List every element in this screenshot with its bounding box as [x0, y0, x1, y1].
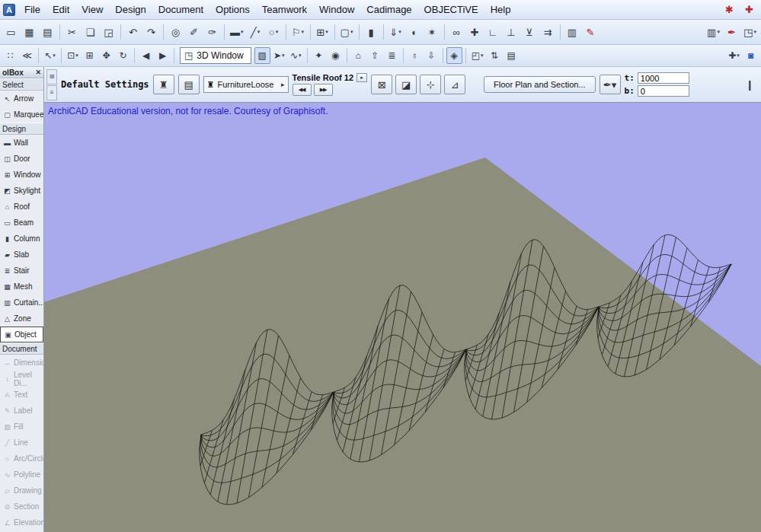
look-to-icon[interactable]: ◉ [328, 47, 344, 64]
geometry-arc-icon[interactable]: ○▾ [265, 23, 283, 41]
toolbox-item-window[interactable]: ⊞Window [0, 167, 43, 183]
favorite-object-combo[interactable]: ♜ FurnitureLoose ▸ [203, 76, 289, 93]
magic-wand-icon[interactable]: ✶ [424, 23, 441, 41]
object-menu-button[interactable]: ▸ [357, 73, 367, 82]
toolbox-item-column[interactable]: ▮Column [0, 231, 43, 247]
anchor-point-icon[interactable]: ⊹ [420, 75, 441, 94]
layers-quick-icon[interactable]: ▤ [504, 47, 520, 64]
toolbox-item-label[interactable]: ✎Label [0, 403, 43, 419]
previous-view-icon[interactable]: ◀ [138, 47, 154, 64]
floor-plan-section-button[interactable]: Floor Plan and Section... [484, 76, 595, 93]
story-settings-icon[interactable]: ≣ [384, 47, 400, 64]
offset-icon[interactable]: ⇉ [539, 23, 557, 41]
menu-teamwork[interactable]: Teamwork [256, 2, 313, 18]
toolbox-item-dimension[interactable]: ↔Dimension [0, 355, 43, 371]
split-icon[interactable]: ⊻ [521, 23, 539, 41]
toolbox-item-mesh[interactable]: ▦Mesh [0, 279, 43, 295]
walk-icon[interactable]: ✦ [311, 47, 327, 64]
toolbox-item-elevation[interactable]: ∠Elevation [0, 514, 43, 530]
next-object-button[interactable]: ▶▶ [314, 84, 333, 96]
fly-path-icon[interactable]: ∿▾ [288, 47, 304, 64]
open-icon[interactable]: ▭ [2, 23, 20, 41]
menu-objective[interactable]: OBJECTiVE [418, 2, 484, 18]
collapse-toolbar-icon[interactable]: ≪ [19, 47, 35, 64]
paste-icon[interactable]: ◲ [100, 23, 117, 41]
toolbox-item-beam[interactable]: ▭Beam [0, 215, 43, 231]
undo-icon[interactable]: ↶ [124, 23, 142, 41]
copy-icon[interactable]: ❏ [82, 23, 99, 41]
menu-window[interactable]: Window [313, 2, 360, 18]
save-icon[interactable]: ▦ [21, 23, 38, 41]
object-default-settings-button[interactable]: ♜ [153, 75, 174, 94]
toolbox-section-document[interactable]: Document [0, 342, 43, 355]
infobox-handle-icon[interactable]: ≡ [46, 85, 57, 100]
panels-icon[interactable]: ◳▾ [741, 23, 759, 41]
zoom-selection-icon[interactable]: ⊞ [82, 47, 98, 64]
gravity-icon[interactable]: ⇓▾ [387, 23, 404, 41]
home-story-icon[interactable]: ⌂ [350, 47, 366, 64]
previous-object-button[interactable]: ◀◀ [293, 84, 312, 96]
pickup-parameters-icon[interactable]: ✐ [185, 23, 203, 41]
toolbox-item-roof[interactable]: ⌂Roof [0, 199, 43, 215]
bottom-offset-input[interactable]: 0 [638, 85, 689, 97]
grid-snap-icon[interactable]: ⊞▾ [314, 23, 331, 41]
toolbox-item-slab[interactable]: ▰Slab [0, 247, 43, 263]
toolbox-item-polyline[interactable]: ∿Polyline [0, 467, 43, 483]
group-icon[interactable]: ▢▾ [338, 23, 356, 41]
fit-in-window-icon[interactable]: ⊡▾ [65, 47, 81, 64]
zoom-icon[interactable]: ◎ [167, 23, 184, 41]
link-icon[interactable]: ∞ [448, 23, 465, 41]
canvas-3d-window[interactable]: ArchiCAD Educational version, not for re… [44, 103, 761, 532]
dropdown-arrow-icon[interactable]: ▾ [282, 53, 285, 59]
3d-view-mode-icon[interactable]: ▧ [254, 47, 270, 64]
menu-design[interactable]: Design [109, 2, 152, 18]
addon-icon[interactable]: ◰▾ [469, 47, 486, 64]
menu-view[interactable]: View [75, 2, 109, 18]
cadimage-tools-icon[interactable]: ✱ [721, 1, 738, 19]
story-up-icon[interactable]: ⇧ [367, 47, 383, 64]
teamwork-send-receive-icon[interactable]: ⇅ [487, 47, 503, 64]
extras-icon[interactable]: ✚▾ [726, 47, 742, 64]
magnet-icon[interactable]: ◖ [405, 23, 423, 41]
print-icon[interactable]: ▤ [39, 23, 56, 41]
layer-settings-icon[interactable]: ▥ [564, 23, 581, 41]
toolbox-item-line[interactable]: ╱Line [0, 435, 43, 451]
toolbox-header[interactable]: olBox ✕ [0, 67, 43, 78]
redo-icon[interactable]: ↷ [142, 23, 160, 41]
orbit-3d-icon[interactable]: ➤▾ [271, 47, 287, 64]
menu-file[interactable]: File [18, 2, 46, 18]
intersect-icon[interactable]: ⊥ [503, 23, 520, 41]
menu-options[interactable]: Options [209, 2, 256, 18]
3d-selection-icon[interactable]: ◈ [446, 47, 462, 64]
toolbox-item-level-dimension[interactable]: ↕Level Di... [0, 371, 43, 387]
column-tool-icon[interactable]: ▮ [363, 23, 380, 41]
infobox-grid-icon[interactable]: ⊞ [46, 69, 57, 84]
pin-icon[interactable]: ✚ [466, 23, 484, 41]
cut-icon[interactable]: ✂ [63, 23, 81, 41]
dropdown-arrow-icon[interactable]: ▾ [53, 53, 56, 59]
view-selector-3d-window[interactable]: ◳3D Window [180, 47, 251, 64]
toolbox-item-object[interactable]: ▣Object [0, 327, 43, 342]
toolbox-item-skylight[interactable]: ◩Skylight [0, 183, 43, 199]
toolbox-item-arc-circle[interactable]: ○Arc/Circle [0, 451, 43, 467]
close-icon[interactable]: ✕ [35, 68, 41, 76]
corner-icon[interactable]: ∟ [484, 23, 502, 41]
markup-pen-icon[interactable]: ✎ [582, 23, 600, 41]
publish-icon[interactable]: ⇩ [424, 47, 440, 64]
toolbox-item-stair[interactable]: ≣Stair [0, 263, 43, 279]
dropdown-arrow-icon[interactable]: ▾ [398, 29, 401, 35]
arrow-tool-icon[interactable]: ↖▾ [42, 47, 58, 64]
next-view-icon[interactable]: ▶ [155, 47, 171, 64]
toolbox-item-arrow[interactable]: ↖Arrow [0, 91, 43, 107]
menu-document[interactable]: Document [152, 2, 209, 18]
dropdown-arrow-icon[interactable]: ▾ [257, 29, 261, 35]
favorites-button[interactable]: ▤ [178, 75, 200, 94]
orbit-icon[interactable]: ↻ [115, 47, 131, 64]
blue-app-icon[interactable]: ◙ [743, 47, 759, 64]
relative-construction-icon[interactable]: ⚐▾ [289, 23, 307, 41]
infobar-overflow-icon[interactable]: ❙ [741, 75, 759, 94]
toolbox-item-door[interactable]: ◫Door [0, 151, 43, 167]
toolbox-item-fill[interactable]: ▨Fill [0, 419, 43, 435]
dropdown-arrow-icon[interactable]: ▾ [276, 29, 279, 35]
pen-set-button[interactable]: ✒▾ [600, 75, 621, 94]
